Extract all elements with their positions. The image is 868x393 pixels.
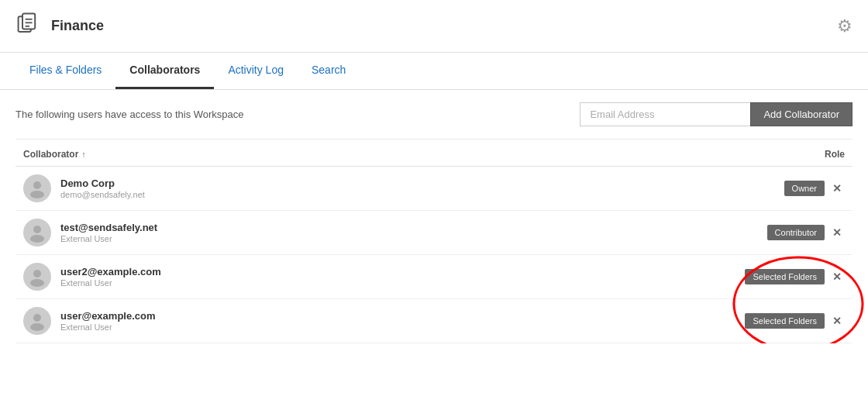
collab-info-user2: user2@example.com External User — [60, 266, 161, 288]
collab-right-demo-corp: Owner ✕ — [784, 181, 845, 196]
collab-right-user2: Selected Folders ✕ — [745, 269, 845, 284]
tab-files-folders[interactable]: Files & Folders — [16, 53, 115, 89]
collaborator-row-user: user@example.com External User Selected … — [16, 299, 852, 343]
tab-collaborators[interactable]: Collaborators — [115, 53, 214, 89]
app-container: Finance ⚙ Files & Folders Collaborators … — [0, 0, 868, 343]
collaborators-header: The following users have access to this … — [16, 90, 852, 140]
main-content: The following users have access to this … — [0, 90, 868, 343]
svg-point-9 — [33, 270, 41, 278]
add-collaborator-area: Add Collaborator — [580, 102, 852, 126]
collab-subtext-user: External User — [60, 322, 156, 332]
svg-point-11 — [33, 314, 41, 322]
collab-right-test: Contributor ✕ — [767, 225, 845, 240]
gear-button[interactable]: ⚙ — [837, 16, 852, 36]
collaborator-row-test: test@sendsafely.net External User Contri… — [16, 211, 852, 255]
tab-activity-log[interactable]: Activity Log — [214, 53, 298, 89]
role-badge-demo-corp: Owner — [784, 181, 825, 196]
collab-name-user: user@example.com — [60, 310, 156, 322]
column-header-role: Role — [825, 149, 845, 160]
gear-icon: ⚙ — [837, 16, 852, 36]
collab-left-demo-corp: Demo Corp demo@sendsafely.net — [23, 174, 145, 202]
header-left: Finance — [16, 11, 104, 41]
collaborator-row-demo-corp: Demo Corp demo@sendsafely.net Owner ✕ — [16, 167, 852, 211]
svg-point-5 — [33, 181, 41, 189]
role-badge-user2: Selected Folders — [745, 269, 825, 284]
avatar-demo-corp — [23, 174, 51, 202]
add-collaborator-button[interactable]: Add Collaborator — [750, 102, 852, 126]
remove-button-user[interactable]: ✕ — [829, 313, 845, 329]
collab-name-test: test@sendsafely.net — [60, 222, 157, 233]
avatar-user2 — [23, 263, 51, 291]
collab-info-user: user@example.com External User — [60, 310, 156, 332]
collab-info-demo-corp: Demo Corp demo@sendsafely.net — [60, 178, 145, 199]
tab-bar: Files & Folders Collaborators Activity L… — [0, 53, 868, 90]
collab-left-test: test@sendsafely.net External User — [23, 219, 157, 246]
remove-button-demo-corp[interactable]: ✕ — [829, 181, 845, 196]
column-header-collaborator: Collaborator ↑ — [23, 149, 86, 160]
collaborators-table: Demo Corp demo@sendsafely.net Owner ✕ — [16, 167, 852, 343]
email-address-input[interactable] — [580, 102, 750, 126]
collab-email-demo-corp: demo@sendsafely.net — [60, 190, 145, 199]
remove-button-test[interactable]: ✕ — [829, 225, 845, 240]
svg-point-8 — [30, 235, 44, 243]
collab-left-user: user@example.com External User — [23, 307, 156, 335]
collab-subtext-test: External User — [60, 234, 157, 243]
collab-left-user2: user2@example.com External User — [23, 263, 161, 291]
svg-point-10 — [30, 279, 44, 287]
app-header: Finance ⚙ — [0, 0, 868, 53]
tab-search[interactable]: Search — [298, 53, 360, 89]
column-collaborator-label: Collaborator — [23, 149, 78, 160]
svg-point-12 — [30, 323, 44, 331]
app-title: Finance — [51, 18, 104, 34]
svg-point-7 — [33, 226, 41, 233]
collaborator-row-user2: user2@example.com External User Selected… — [16, 255, 852, 299]
collab-name-user2: user2@example.com — [60, 266, 161, 278]
workspace-access-text: The following users have access to this … — [16, 109, 244, 120]
svg-point-6 — [30, 191, 44, 198]
remove-button-user2[interactable]: ✕ — [829, 269, 845, 284]
avatar-user — [23, 307, 51, 335]
logo-icon — [16, 11, 43, 41]
collab-info-test: test@sendsafely.net External User — [60, 222, 157, 243]
collab-name-demo-corp: Demo Corp — [60, 178, 145, 189]
role-badge-test: Contributor — [767, 225, 825, 240]
collab-subtext-user2: External User — [60, 278, 161, 288]
role-badge-user: Selected Folders — [745, 313, 825, 329]
sort-arrow-icon: ↑ — [81, 150, 86, 159]
collab-right-user: Selected Folders ✕ — [745, 313, 845, 329]
table-header: Collaborator ↑ Role — [16, 140, 852, 167]
avatar-test — [23, 219, 51, 246]
